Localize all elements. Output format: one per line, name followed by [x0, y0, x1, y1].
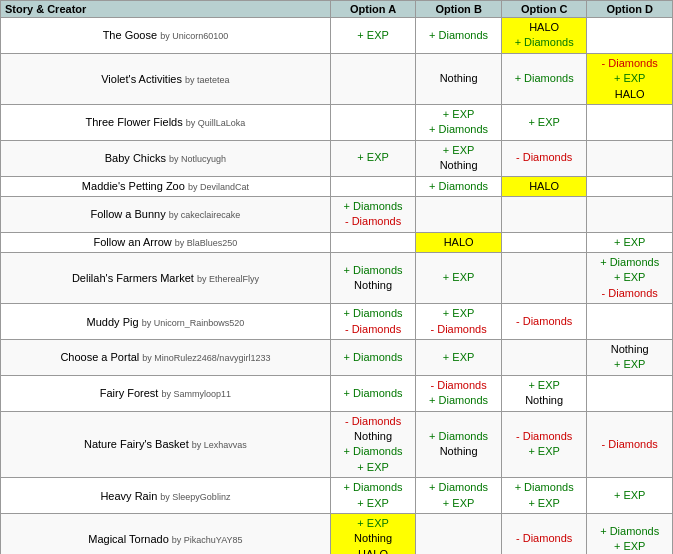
option-c-cell: - Diamonds+ EXP — [501, 411, 587, 478]
cell-value: + Diamonds — [420, 28, 497, 43]
story-cell: Follow an Arrow by BlaBlues250 — [1, 232, 331, 252]
option-d-cell: - Diamonds+ EXPHALO — [587, 53, 673, 104]
story-cell: Muddy Pig by Unicorn_Rainbows520 — [1, 304, 331, 340]
cell-value: Nothing — [420, 158, 497, 173]
cell-value: Nothing — [335, 278, 412, 293]
option-b-cell: HALO — [416, 232, 502, 252]
cell-value: + Diamonds — [420, 393, 497, 408]
option-b-cell: + EXPNothing — [416, 140, 502, 176]
cell-value: Nothing — [420, 444, 497, 459]
story-cell: Baby Chicks by Notlucyugh — [1, 140, 331, 176]
story-title: Maddie's Petting Zoo — [82, 180, 185, 192]
cell-value: Nothing — [420, 71, 497, 86]
story-creator: by cakeclairecake — [169, 210, 241, 220]
cell-value: + Diamonds — [335, 199, 412, 214]
option-d-cell — [587, 375, 673, 411]
story-cell: Maddie's Petting Zoo by DevilandCat — [1, 176, 331, 196]
cell-value: + Diamonds — [591, 524, 668, 539]
story-creator: by EtherealFlyy — [197, 274, 259, 284]
cell-value: - Diamonds — [335, 214, 412, 229]
cell-value: + Diamonds — [335, 350, 412, 365]
story-creator: by SleepyGoblinz — [160, 492, 230, 502]
option-c-cell — [501, 253, 587, 304]
cell-value: + EXP — [591, 488, 668, 503]
option-d-cell: + EXP — [587, 478, 673, 514]
header-option-c: Option C — [501, 1, 587, 18]
story-title: Delilah's Farmers Market — [72, 272, 194, 284]
option-d-cell — [587, 18, 673, 54]
story-creator: by PikachuYAY85 — [172, 535, 243, 545]
story-title: Muddy Pig — [87, 316, 139, 328]
option-b-cell: + EXP+ Diamonds — [416, 104, 502, 140]
story-cell: Choose a Portal by MinoRulez2468/navygir… — [1, 340, 331, 376]
cell-value: + Diamonds — [335, 386, 412, 401]
cell-value: + Diamonds — [420, 480, 497, 495]
option-a-cell: - DiamondsNothing+ Diamonds+ EXP — [330, 411, 416, 478]
option-c-cell: + EXPNothing — [501, 375, 587, 411]
option-b-cell: + EXP- Diamonds — [416, 304, 502, 340]
cell-value: + EXP — [506, 115, 583, 130]
option-a-cell: + Diamonds — [330, 375, 416, 411]
cell-value: + EXP — [591, 235, 668, 250]
cell-value: HALO — [591, 87, 668, 102]
story-creator: by QuillLaLoka — [186, 118, 246, 128]
cell-value: HALO — [506, 20, 583, 35]
option-c-cell — [501, 196, 587, 232]
story-title: Fairy Forest — [100, 387, 159, 399]
story-title: The Goose — [103, 29, 157, 41]
cell-value: - Diamonds — [506, 429, 583, 444]
story-title: Three Flower Fields — [86, 116, 183, 128]
cell-value: HALO — [420, 235, 497, 250]
option-a-cell: + Diamonds — [330, 340, 416, 376]
cell-value: - Diamonds — [591, 56, 668, 71]
main-table-container: Story & Creator Option A Option B Option… — [0, 0, 673, 554]
story-title: Magical Tornado — [88, 533, 169, 545]
cell-value: + EXP — [420, 143, 497, 158]
cell-value: - Diamonds — [335, 322, 412, 337]
cell-value: + EXP — [420, 306, 497, 321]
cell-value: HALO — [506, 179, 583, 194]
cell-value: + Diamonds — [335, 306, 412, 321]
cell-value: + Diamonds — [506, 71, 583, 86]
story-cell: Heavy Rain by SleepyGoblinz — [1, 478, 331, 514]
option-a-cell — [330, 53, 416, 104]
story-cell: Fairy Forest by Sammyloop11 — [1, 375, 331, 411]
cell-value: - Diamonds — [591, 437, 668, 452]
option-c-cell: HALO — [501, 176, 587, 196]
header-option-d: Option D — [587, 1, 673, 18]
option-a-cell: + Diamonds- Diamonds — [330, 304, 416, 340]
option-b-cell — [416, 513, 502, 554]
option-a-cell: + Diamonds+ EXP — [330, 478, 416, 514]
cell-value: - Diamonds — [506, 150, 583, 165]
option-b-cell: Nothing — [416, 53, 502, 104]
option-c-cell — [501, 232, 587, 252]
option-b-cell: - Diamonds+ Diamonds — [416, 375, 502, 411]
cell-value: + Diamonds — [335, 480, 412, 495]
cell-value: + EXP — [591, 539, 668, 554]
option-c-cell: + Diamonds+ EXP — [501, 478, 587, 514]
cell-value: - Diamonds — [591, 286, 668, 301]
option-a-cell — [330, 176, 416, 196]
option-c-cell: + Diamonds — [501, 53, 587, 104]
cell-value: Nothing — [591, 342, 668, 357]
option-b-cell: + Diamonds — [416, 176, 502, 196]
story-cell: Delilah's Farmers Market by EtherealFlyy — [1, 253, 331, 304]
cell-value: + EXP — [420, 350, 497, 365]
story-cell: Magical Tornado by PikachuYAY85 — [1, 513, 331, 554]
cell-value: + EXP — [506, 496, 583, 511]
option-c-cell: + EXP — [501, 104, 587, 140]
story-title: Follow an Arrow — [93, 236, 171, 248]
cell-value: + Diamonds — [335, 263, 412, 278]
option-d-cell: + Diamonds+ EXP — [587, 513, 673, 554]
option-c-cell: - Diamonds — [501, 304, 587, 340]
option-c-cell: - Diamonds — [501, 140, 587, 176]
option-a-cell: + DiamondsNothing — [330, 253, 416, 304]
story-creator: by taetetea — [185, 75, 230, 85]
cell-value: HALO — [335, 547, 412, 554]
story-title: Heavy Rain — [100, 490, 157, 502]
story-creator: by Unicorn60100 — [160, 31, 228, 41]
option-d-cell — [587, 104, 673, 140]
cell-value: + EXP — [335, 460, 412, 475]
option-d-cell: + EXP — [587, 232, 673, 252]
story-title: Follow a Bunny — [90, 208, 165, 220]
